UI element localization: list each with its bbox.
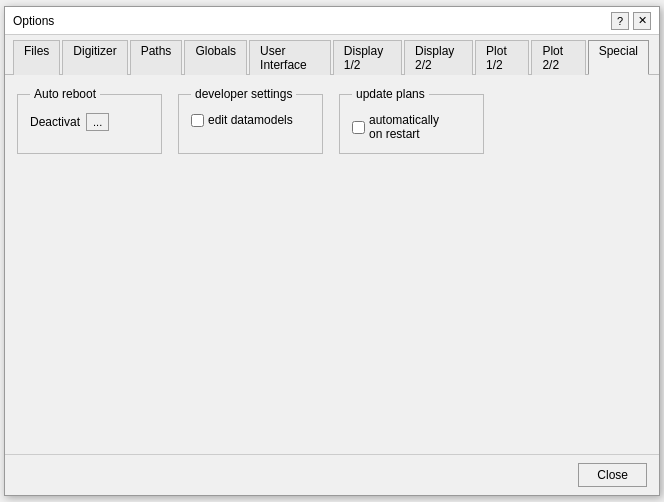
auto-reboot-inner: Deactivat ... — [30, 113, 149, 131]
tab-display-2-2[interactable]: Display 2/2 — [404, 40, 473, 75]
auto-reboot-legend: Auto reboot — [30, 87, 100, 101]
main-content: Auto reboot Deactivat ... developer sett… — [5, 75, 659, 454]
update-plans-group: update plans automatically on restart — [339, 87, 484, 154]
tab-digitizer[interactable]: Digitizer — [62, 40, 127, 75]
on-restart-label: on restart — [369, 127, 439, 141]
tab-display-1-2[interactable]: Display 1/2 — [333, 40, 402, 75]
tab-plot-1-2[interactable]: Plot 1/2 — [475, 40, 529, 75]
edit-datamodels-checkbox[interactable] — [191, 114, 204, 127]
developer-settings-group: developer settings edit datamodels — [178, 87, 323, 154]
automatically-checkbox[interactable] — [352, 121, 365, 134]
update-plans-inner: automatically on restart — [352, 113, 471, 141]
update-plans-text: automatically on restart — [369, 113, 439, 141]
window-close-button[interactable]: ✕ — [633, 12, 651, 30]
developer-settings-legend: developer settings — [191, 87, 296, 101]
title-buttons: ? ✕ — [611, 12, 651, 30]
tab-files[interactable]: Files — [13, 40, 60, 75]
options-window: Options ? ✕ Files Digitizer Paths Global… — [4, 6, 660, 496]
edit-datamodels-label: edit datamodels — [208, 113, 293, 127]
tab-special[interactable]: Special — [588, 40, 649, 75]
update-plans-legend: update plans — [352, 87, 429, 101]
window-title: Options — [13, 14, 54, 28]
tab-user-interface[interactable]: User Interface — [249, 40, 331, 75]
automatically-label: automatically — [369, 113, 439, 127]
help-button[interactable]: ? — [611, 12, 629, 30]
tab-globals[interactable]: Globals — [184, 40, 247, 75]
ellipsis-button[interactable]: ... — [86, 113, 109, 131]
footer: Close — [5, 454, 659, 495]
tab-bar: Files Digitizer Paths Globals User Inter… — [5, 35, 659, 75]
title-bar: Options ? ✕ — [5, 7, 659, 35]
deactivat-label: Deactivat — [30, 115, 80, 129]
panels-row: Auto reboot Deactivat ... developer sett… — [17, 87, 647, 154]
close-button[interactable]: Close — [578, 463, 647, 487]
edit-datamodels-row: edit datamodels — [191, 113, 310, 127]
auto-reboot-group: Auto reboot Deactivat ... — [17, 87, 162, 154]
tab-paths[interactable]: Paths — [130, 40, 183, 75]
tab-plot-2-2[interactable]: Plot 2/2 — [531, 40, 585, 75]
